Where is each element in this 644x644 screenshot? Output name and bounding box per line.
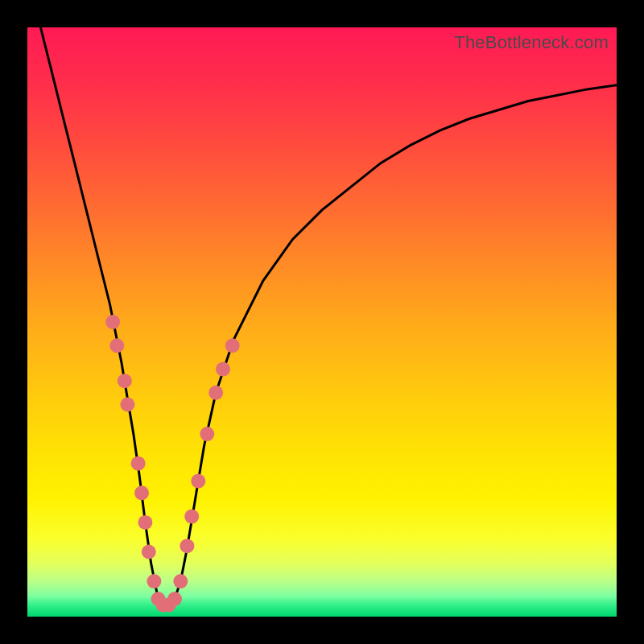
data-dot xyxy=(173,574,188,588)
data-dot xyxy=(142,545,156,559)
data-dot xyxy=(118,374,132,388)
data-dot xyxy=(105,315,120,329)
data-dot xyxy=(120,398,134,412)
data-dot xyxy=(180,539,194,553)
data-dot xyxy=(216,362,230,377)
data-dot xyxy=(147,574,161,588)
data-dot xyxy=(109,338,124,353)
data-dot xyxy=(167,592,182,606)
data-dot xyxy=(134,485,149,500)
data-dot xyxy=(191,474,205,489)
chart-frame: TheBottleneck.com xyxy=(0,0,644,644)
curve-svg xyxy=(27,27,617,617)
data-dot xyxy=(184,510,199,524)
data-dot xyxy=(138,515,152,530)
data-dot xyxy=(225,338,240,353)
data-dot xyxy=(208,386,223,400)
data-dots xyxy=(105,315,240,612)
plot-area: TheBottleneck.com xyxy=(27,27,617,617)
data-dot xyxy=(131,456,146,471)
data-dot xyxy=(200,427,214,441)
